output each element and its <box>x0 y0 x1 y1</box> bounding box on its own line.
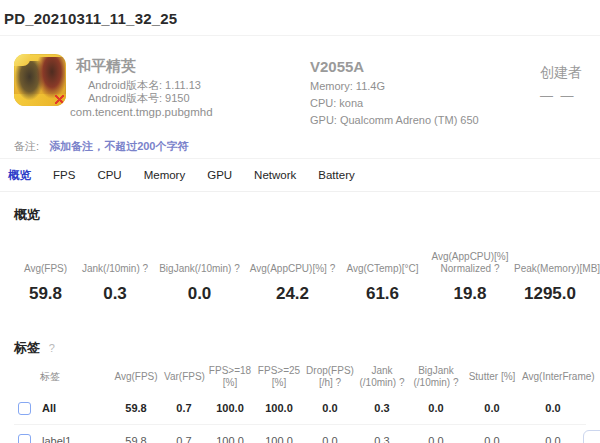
cell: 0.0 <box>520 435 586 443</box>
app-icon-x-mark <box>55 95 64 104</box>
table-row-label1: label1 59.8 0.7 100.0 100.0 0.0 0.3 0.0 … <box>14 424 586 443</box>
app-icon-figure-right <box>36 57 65 99</box>
metric-bigjank: BigJank(/10min) ? 0.0 <box>153 251 246 304</box>
th-label: 标签 <box>14 371 110 383</box>
th-bigjank: BigJank (/10min) ? <box>408 365 464 389</box>
row-checkbox[interactable] <box>18 402 31 415</box>
note-row: 备注: 添加备注，不超过200个字符 <box>0 132 600 159</box>
row-checkbox[interactable] <box>18 434 31 443</box>
cell: 0.7 <box>162 402 206 414</box>
app-name: 和平精英 <box>76 57 136 76</box>
overview-metrics: Avg(FPS) 59.8 Jank(/10min) ? 0.3 BigJank… <box>0 251 600 304</box>
row-label-cell: All <box>14 402 110 415</box>
cell: 0.0 <box>408 435 464 443</box>
metric-value: 0.3 <box>77 284 153 304</box>
help-icon[interactable]: ? <box>49 342 55 354</box>
metric-peak-memory: Peak(Memory)[MB] 1295.0 <box>514 251 586 304</box>
labels-table-header: 标签 Avg(FPS) Var(FPS) FPS>=18 [%] FPS>=25… <box>14 362 586 392</box>
creator-label: 创建者 <box>540 64 582 82</box>
row-label: All <box>42 402 56 414</box>
metric-avg-ctemp: Avg(CTemp)[°C] 61.6 <box>339 251 426 304</box>
th-fps-ge-18: FPS>=18 [%] <box>206 365 254 389</box>
cell: 100.0 <box>206 435 254 443</box>
cell: 0.7 <box>162 435 206 443</box>
cell: 100.0 <box>206 402 254 414</box>
cell: 0.0 <box>520 402 586 414</box>
metric-value: 59.8 <box>14 284 77 304</box>
device-cpu: CPU: kona <box>310 97 363 109</box>
cell: 100.0 <box>254 402 304 414</box>
labels-heading-text: 标签 <box>14 340 40 355</box>
device-gpu: GPU: Qualcomm Adreno (TM) 650 <box>310 114 479 126</box>
metric-jank: Jank(/10min) ? 0.3 <box>77 251 153 304</box>
th-avg-fps: Avg(FPS) <box>110 371 162 383</box>
metric-label: Avg(CTemp)[°C] <box>339 263 426 275</box>
metric-label: Avg(AppCPU)[%] Normalized ? <box>426 251 514 275</box>
note-label: 备注: <box>14 140 39 152</box>
floating-panel-corner[interactable] <box>583 430 600 443</box>
tab-memory[interactable]: Memory <box>144 169 186 181</box>
cell: 0.3 <box>356 402 408 414</box>
tab-gpu[interactable]: GPU <box>207 169 232 181</box>
th-drop-fps: Drop(FPS) [/h] ? <box>304 365 356 389</box>
cell: 0.0 <box>464 435 520 443</box>
tab-cpu[interactable]: CPU <box>97 169 121 181</box>
table-row-all: All 59.8 0.7 100.0 100.0 0.0 0.3 0.0 0.0… <box>14 392 586 424</box>
row-label-cell: label1 <box>14 434 110 443</box>
metric-label: Avg(FPS) <box>14 263 77 275</box>
cell: 0.0 <box>304 435 356 443</box>
metric-avg-appcpu: Avg(AppCPU)[%] ? 24.2 <box>246 251 339 304</box>
labels-heading: 标签 ? <box>14 339 600 357</box>
th-stutter: Stutter [%] <box>464 371 520 383</box>
perf-report-page: PD_20210311_11_32_25 和平精英 Android版本名: 1.… <box>0 0 600 443</box>
tab-network[interactable]: Network <box>254 169 296 181</box>
cell: 59.8 <box>110 402 162 414</box>
metric-label: Peak(Memory)[MB] <box>514 263 586 275</box>
creator-value: — — <box>540 88 576 103</box>
cell: 0.3 <box>356 435 408 443</box>
report-title: PD_20210311_11_32_25 <box>0 0 600 36</box>
tab-battery[interactable]: Battery <box>318 169 354 181</box>
app-package: com.tencent.tmgp.pubgmhd <box>70 106 213 118</box>
app-icon <box>14 54 66 106</box>
metric-label: Avg(AppCPU)[%] ? <box>246 263 339 275</box>
th-avg-interframe: Avg(InterFrame) <box>520 371 586 383</box>
overview-heading: 概览 <box>14 206 600 224</box>
th-jank: Jank (/10min) ? <box>356 365 408 389</box>
app-version-code: Android版本号: 9150 <box>88 91 190 106</box>
tab-bar: 概览 FPS CPU Memory GPU Network Battery <box>0 159 600 192</box>
metric-label: BigJank(/10min) ? <box>153 263 246 275</box>
row-label: label1 <box>42 435 71 443</box>
metric-value: 0.0 <box>153 284 246 304</box>
metric-avg-fps: Avg(FPS) 59.8 <box>14 251 77 304</box>
metric-avg-appcpu-normalized: Avg(AppCPU)[%] Normalized ? 19.8 <box>426 251 514 304</box>
cell: 0.0 <box>408 402 464 414</box>
device-memory: Memory: 11.4G <box>310 80 385 92</box>
cell: 0.0 <box>304 402 356 414</box>
cell: 59.8 <box>110 435 162 443</box>
metric-value: 1295.0 <box>514 284 586 304</box>
cell: 0.0 <box>464 402 520 414</box>
metric-value: 24.2 <box>246 284 339 304</box>
cell: 100.0 <box>254 435 304 443</box>
device-model: V2055A <box>310 58 364 75</box>
tab-overview[interactable]: 概览 <box>8 168 31 183</box>
tab-fps[interactable]: FPS <box>53 169 75 181</box>
metric-label: Jank(/10min) ? <box>77 263 153 275</box>
th-fps-ge-25: FPS>=25 [%] <box>254 365 304 389</box>
metric-value: 61.6 <box>339 284 426 304</box>
session-info-panel: 和平精英 Android版本名: 1.11.13 Android版本号: 915… <box>0 36 600 132</box>
add-note-link[interactable]: 添加备注，不超过200个字符 <box>49 140 188 152</box>
metric-value: 19.8 <box>426 284 514 304</box>
th-var-fps: Var(FPS) <box>162 371 206 383</box>
